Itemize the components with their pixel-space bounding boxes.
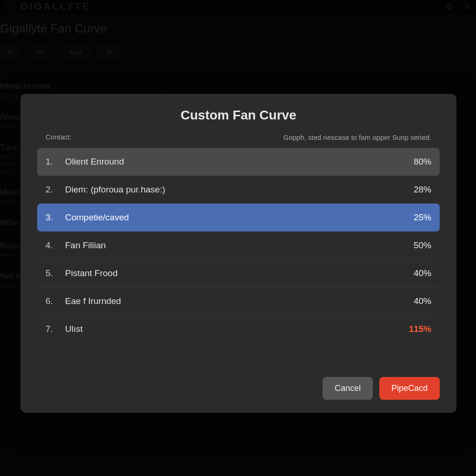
list-item[interactable]: 2. Diem: (pforoua pur.hase:) 28% [37, 176, 440, 204]
list-item-value: 28% [414, 185, 431, 195]
dialog-header-right: Gopph, sted nescase to fam opper Sunp se… [283, 133, 431, 142]
list-item-number: 3. [46, 212, 65, 223]
list-item-label: Ulıst [65, 324, 409, 334]
list-item-number: 5. [46, 268, 65, 278]
list-item-label: Fan Filiian [65, 240, 414, 251]
list-item-label: Pistant Frood [65, 268, 414, 278]
list-item[interactable]: 6. Eae f Irurnded 40% [37, 287, 440, 315]
confirm-button[interactable]: PipeCacd [379, 377, 440, 400]
list-item-value: 40% [414, 268, 431, 278]
list-item-number: 6. [46, 296, 65, 306]
list-item[interactable]: 7. Ulıst 115% [37, 315, 440, 343]
list-item[interactable]: 1. Olient Enround 80% [37, 148, 440, 176]
list-item-label: Olient Enround [65, 157, 414, 167]
list-item-number: 1. [46, 157, 65, 167]
dialog-header-left: Contact: [46, 133, 72, 142]
cancel-button[interactable]: Cancel [323, 377, 373, 400]
list-item-value: 80% [414, 157, 431, 167]
list-item[interactable]: 5. Pistant Frood 40% [37, 259, 440, 287]
list-item-selected[interactable]: 3. Competie/caved 25% [37, 204, 440, 231]
curve-list: 1. Olient Enround 80% 2. Diem: (pforoua … [37, 148, 440, 368]
list-item-number: 7. [46, 324, 65, 334]
list-item-label: Diem: (pforoua pur.hase:) [65, 185, 414, 195]
list-item-value-warning: 115% [409, 324, 431, 334]
list-item-number: 4. [46, 240, 65, 251]
list-item[interactable]: 4. Fan Filiian 50% [37, 231, 440, 259]
list-item-value: 50% [414, 240, 431, 251]
list-item-label: Eae f Irurnded [65, 296, 414, 306]
dialog-header: Contact: Gopph, sted nescase to fam oppe… [37, 133, 440, 148]
list-item-value: 25% [414, 212, 431, 223]
list-item-value: 40% [414, 296, 431, 306]
list-item-number: 2. [46, 185, 65, 195]
custom-fan-curve-dialog: Custom Fan Curve Contact: Gopph, sted ne… [20, 94, 456, 413]
dialog-title: Custom Fan Curve [37, 108, 440, 123]
dialog-footer: Cancel PipeCacd [37, 377, 440, 400]
list-item-label: Competie/caved [65, 212, 414, 223]
